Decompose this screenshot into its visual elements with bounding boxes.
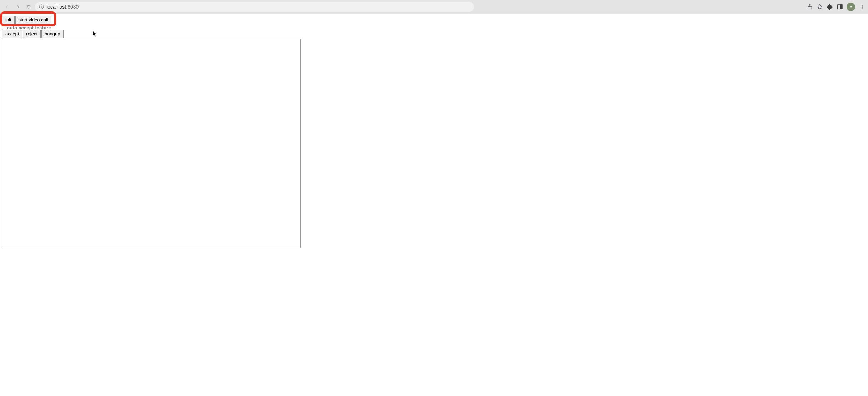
reload-button[interactable] — [24, 3, 33, 11]
address-bar[interactable]: localhost:8080 — [35, 2, 474, 12]
reject-button[interactable]: reject — [23, 30, 41, 38]
reload-icon — [26, 4, 31, 10]
init-button[interactable]: init — [2, 16, 15, 24]
back-button[interactable] — [3, 3, 11, 11]
button-row-1: init start video call — [2, 16, 866, 24]
extensions-icon[interactable] — [827, 4, 833, 10]
forward-button[interactable] — [14, 3, 22, 11]
profile-avatar[interactable]: x — [847, 3, 855, 11]
avatar-initial: x — [850, 5, 852, 9]
browser-toolbar: localhost:8080 x — [0, 0, 868, 14]
star-icon[interactable] — [817, 4, 823, 10]
dot-icon — [862, 8, 863, 9]
page-content: init start video call auto accept featur… — [0, 14, 868, 249]
hangup-button[interactable]: hangup — [41, 30, 63, 38]
toolbar-right-icons: x — [807, 3, 865, 11]
start-video-call-button[interactable]: start video call — [15, 16, 51, 24]
site-info-icon — [39, 4, 44, 10]
arrow-left-icon — [5, 4, 9, 10]
accept-button[interactable]: accept — [2, 30, 22, 38]
panel-icon[interactable] — [837, 4, 843, 10]
url-text: localhost:8080 — [46, 4, 471, 10]
status-text: auto accept feature — [7, 25, 866, 30]
share-icon[interactable] — [807, 4, 813, 10]
menu-button[interactable] — [859, 5, 865, 9]
url-host: localhost — [46, 4, 66, 10]
url-port: :8080 — [66, 4, 79, 10]
arrow-right-icon — [16, 4, 20, 10]
dot-icon — [862, 5, 863, 6]
dot-icon — [862, 6, 863, 8]
button-row-2: accept reject hangup — [2, 30, 866, 38]
video-container — [2, 39, 301, 248]
svg-rect-5 — [840, 5, 842, 9]
